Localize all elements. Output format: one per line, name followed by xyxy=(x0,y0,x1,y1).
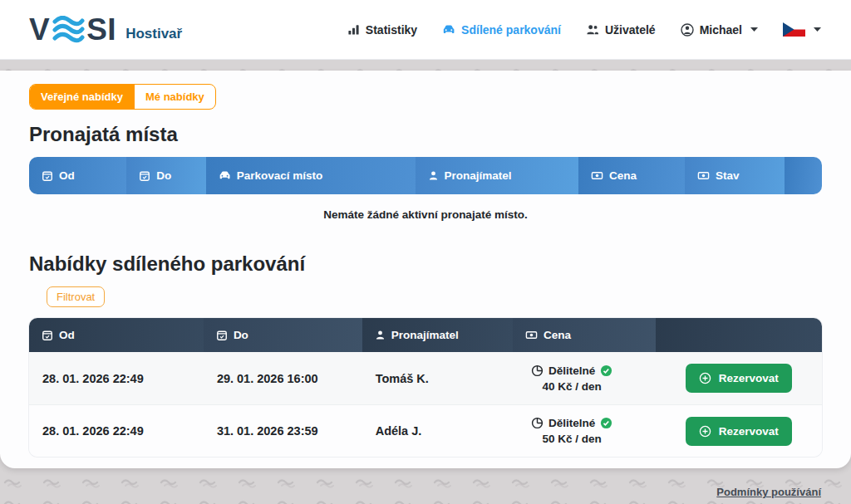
divisible-label: Dělitelné xyxy=(548,417,595,429)
brand-letter-v: V xyxy=(29,14,50,45)
logo-subtitle: Hostivař xyxy=(125,26,182,45)
column-label: Cena xyxy=(609,169,637,182)
reserve-button[interactable]: Rezervovat xyxy=(686,364,792,393)
users-icon xyxy=(586,23,599,36)
chevron-down-icon xyxy=(750,27,758,32)
column-stav: Stav xyxy=(685,157,785,194)
divisible-label: Dělitelné xyxy=(548,365,595,377)
nav-sdilene-parkovani[interactable]: Sdílené parkování xyxy=(442,23,561,37)
nav-statistiky[interactable]: Statistiky xyxy=(347,23,417,37)
offer-lessor: Tomáš K. xyxy=(362,372,513,385)
person-icon xyxy=(428,170,439,181)
nav-label: Uživatelé xyxy=(605,23,656,37)
offer-row: 28. 01. 2026 22:49 31. 01. 2026 23:59 Ad… xyxy=(29,404,822,457)
offer-to: 29. 01. 2026 16:00 xyxy=(204,372,362,385)
calendar-check-icon xyxy=(42,330,53,341)
column-label: Do xyxy=(156,169,171,182)
czech-flag-icon xyxy=(783,22,805,37)
car-icon xyxy=(219,169,231,182)
filter-button[interactable]: Filtrovat xyxy=(47,286,105,307)
offers-table: Od Do Pronajímatel Cena 28. 01. 2026 22:… xyxy=(29,318,822,457)
column-cena: Cena xyxy=(578,157,685,194)
reserve-button[interactable]: Rezervovat xyxy=(686,417,792,446)
offer-lessor: Adéla J. xyxy=(362,424,513,438)
tab-me-nabidky[interactable]: Mé nabídky xyxy=(134,85,215,109)
person-icon xyxy=(375,330,386,340)
app-header: V SI Hostivař Statistiky xyxy=(0,0,851,60)
rented-places-table: Od Do Parkovací místo Pronajímatel Cena … xyxy=(29,157,822,194)
calendar-check-icon xyxy=(139,170,150,182)
column-do: Do xyxy=(126,157,205,194)
offer-price: 50 Kč / den xyxy=(542,433,601,445)
cash-icon xyxy=(591,169,603,182)
nav-label: Sdílené parkování xyxy=(461,23,561,37)
app-logo[interactable]: V SI Hostivař xyxy=(29,14,182,45)
pie-chart-icon xyxy=(531,417,544,429)
language-menu[interactable] xyxy=(783,22,821,37)
nav-label: Michael xyxy=(700,23,742,37)
cash-icon xyxy=(525,329,538,341)
offer-row: 28. 01. 2026 22:49 29. 01. 2026 16:00 To… xyxy=(29,352,822,404)
column-label: Od xyxy=(59,169,75,182)
pie-chart-icon xyxy=(531,365,544,377)
page-footer: Podmínky používání xyxy=(0,468,851,504)
tab-verejne-nabidky[interactable]: Veřejné nabídky xyxy=(30,85,134,109)
column-od: Od xyxy=(29,318,204,352)
column-spacer xyxy=(785,157,822,194)
chevron-down-icon xyxy=(814,27,821,32)
plus-circle-icon xyxy=(699,425,711,438)
calendar-check-icon xyxy=(216,330,228,341)
rented-empty-message: Nemáte žádné aktivní pronajaté místo. xyxy=(29,194,822,239)
main-content: Veřejné nabídky Mé nabídky Pronajatá mís… xyxy=(0,71,851,468)
person-circle-icon xyxy=(681,23,694,37)
column-do: Do xyxy=(204,318,362,352)
column-cena: Cena xyxy=(513,318,656,352)
column-pronajimatel: Pronajímatel xyxy=(362,318,513,352)
column-parkovaci-misto: Parkovací místo xyxy=(206,157,416,194)
column-od: Od xyxy=(29,157,126,194)
offer-action-cell: Rezervovat xyxy=(656,364,822,393)
nav-uzivatele[interactable]: Uživatelé xyxy=(586,23,656,37)
offer-price-cell: Dělitelné 40 Kč / den xyxy=(513,365,656,393)
rented-table-header: Od Do Parkovací místo Pronajímatel Cena … xyxy=(29,157,822,194)
brand-wordmark: V SI xyxy=(29,14,116,45)
offer-from: 28. 01. 2026 22:49 xyxy=(29,372,204,385)
logo-waves-icon xyxy=(52,16,85,43)
column-action-spacer xyxy=(656,318,822,352)
car-icon xyxy=(442,23,455,37)
reserve-button-label: Rezervovat xyxy=(719,372,779,384)
column-label: Od xyxy=(59,329,75,341)
offers-tab-group: Veřejné nabídky Mé nabídky xyxy=(29,84,216,110)
divisible-check-icon xyxy=(600,417,612,429)
rented-section-title: Pronajatá místa xyxy=(29,123,822,146)
column-label: Cena xyxy=(544,329,571,341)
column-pronajimatel: Pronajímatel xyxy=(416,157,579,194)
divisible-check-icon xyxy=(600,365,612,377)
offer-price: 40 Kč / den xyxy=(542,380,601,393)
column-label: Stav xyxy=(716,169,740,182)
column-label: Do xyxy=(234,329,248,341)
plus-circle-icon xyxy=(699,372,711,384)
terms-of-use-link[interactable]: Podmínky používání xyxy=(716,486,821,498)
main-nav: Statistiky Sdílené parkování Uživatelé xyxy=(347,22,821,37)
offers-section-title: Nabídky sdíleného parkování xyxy=(29,252,822,276)
cash-icon xyxy=(697,169,710,182)
bar-chart-icon xyxy=(347,23,360,36)
offer-action-cell: Rezervovat xyxy=(656,417,822,446)
offer-to: 31. 01. 2026 23:59 xyxy=(204,424,362,438)
offer-from: 28. 01. 2026 22:49 xyxy=(29,424,204,438)
column-label: Parkovací místo xyxy=(237,169,323,182)
user-menu[interactable]: Michael xyxy=(681,23,758,37)
brand-letters-si: SI xyxy=(86,14,116,45)
offer-price-cell: Dělitelné 50 Kč / den xyxy=(513,417,656,445)
nav-label: Statistiky xyxy=(366,23,417,37)
column-label: Pronajímatel xyxy=(445,169,512,182)
calendar-check-icon xyxy=(42,170,53,182)
column-label: Pronajímatel xyxy=(391,329,459,341)
offers-table-header: Od Do Pronajímatel Cena xyxy=(29,318,822,352)
reserve-button-label: Rezervovat xyxy=(719,425,779,438)
